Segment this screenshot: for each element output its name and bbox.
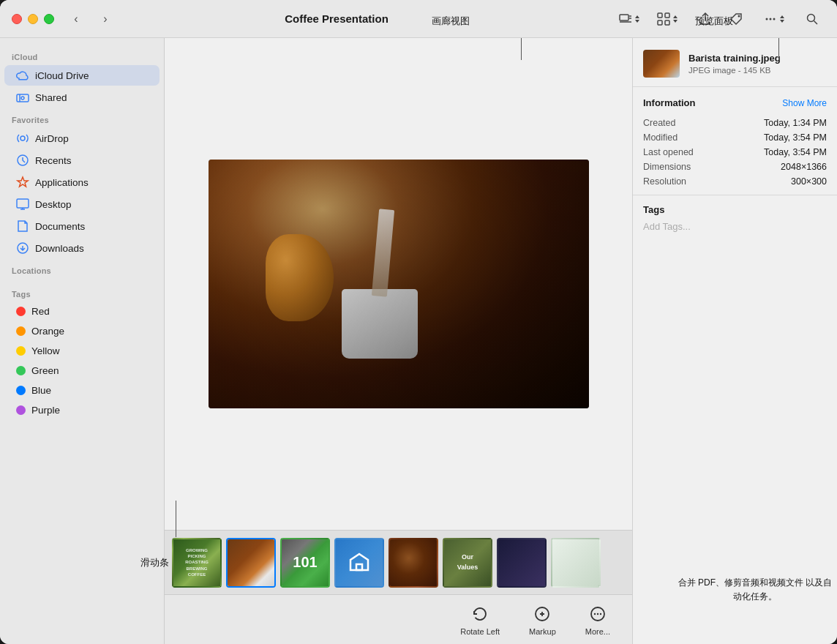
sidebar-item-tag-purple[interactable]: Purple <box>4 401 159 419</box>
tag-red-label: Red <box>31 306 50 317</box>
more-actions-label: More... <box>585 627 610 636</box>
thumbnail-8[interactable] <box>551 538 601 588</box>
thumbnail-6[interactable]: OurValues <box>443 538 492 588</box>
svg-line-13 <box>814 20 818 24</box>
more-actions-button[interactable]: More... <box>585 604 610 636</box>
sidebar-item-tag-blue[interactable]: Blue <box>4 381 159 400</box>
tag-green-label: Green <box>31 365 59 376</box>
gallery-view-button[interactable] <box>616 7 642 31</box>
info-row-dimensions: Dimensions 2048×1366 <box>643 160 827 174</box>
tag-green-dot <box>16 366 26 375</box>
svg-point-8 <box>738 15 740 17</box>
sidebar-item-airdrop[interactable]: AirDrop <box>4 128 159 149</box>
info-row-resolution: Resolution 300×300 <box>643 174 827 189</box>
image-area <box>165 38 632 530</box>
airdrop-label: AirDrop <box>35 133 69 144</box>
markup-icon <box>532 604 552 624</box>
resolution-label: Resolution <box>643 176 686 187</box>
sidebar-item-recents[interactable]: Recents <box>4 150 159 171</box>
svg-rect-4 <box>658 13 662 18</box>
documents-label: Documents <box>35 221 85 232</box>
markup-button[interactable]: Markup <box>529 604 556 636</box>
preview-file-info: Barista training.jpeg JPEG image - 145 K… <box>688 53 827 75</box>
svg-point-27 <box>597 613 598 614</box>
svg-point-28 <box>600 613 601 614</box>
airdrop-icon <box>16 132 29 145</box>
sidebar-item-shared[interactable]: Shared <box>4 87 159 108</box>
sidebar-item-desktop[interactable]: Desktop <box>4 194 159 214</box>
sidebar-item-tag-green[interactable]: Green <box>4 362 159 380</box>
thumbnail-3[interactable]: 101 <box>280 538 330 588</box>
traffic-lights <box>12 14 54 24</box>
add-tags-button[interactable]: Add Tags... <box>643 221 827 232</box>
sidebar-item-applications[interactable]: Applications <box>4 172 159 192</box>
sidebar-item-tag-orange[interactable]: Orange <box>4 322 159 340</box>
created-value: Today, 1:34 PM <box>764 118 827 128</box>
info-row-created: Created Today, 1:34 PM <box>643 116 827 130</box>
documents-icon <box>16 220 29 233</box>
markup-label: Markup <box>529 627 556 636</box>
maximize-button[interactable] <box>44 14 54 24</box>
tag-red-dot <box>16 307 26 316</box>
thumbnail-4[interactable] <box>334 538 384 588</box>
bottom-toolbar: Rotate Left Markup <box>165 594 632 644</box>
more-actions-icon <box>588 604 608 624</box>
svg-point-16 <box>21 97 24 100</box>
svg-rect-19 <box>17 199 29 208</box>
rotate-left-icon <box>470 604 490 624</box>
thumbnail-7[interactable] <box>497 538 547 588</box>
tag-orange-dot <box>16 326 26 336</box>
svg-point-26 <box>594 613 596 614</box>
sidebar-item-icloud-drive[interactable]: iCloud Drive <box>4 65 159 86</box>
tags-section-label: Tags <box>0 282 164 302</box>
svg-rect-5 <box>665 13 669 18</box>
svg-point-17 <box>20 136 25 141</box>
thumbnail-5[interactable] <box>389 538 438 588</box>
annotation-gallery-view: 画廊视图 <box>432 15 470 28</box>
sidebar-item-tag-yellow[interactable]: Yellow <box>4 342 159 360</box>
sidebar-item-tag-red[interactable]: Red <box>4 302 159 321</box>
modified-value: Today, 3:54 PM <box>764 132 827 143</box>
applications-label: Applications <box>35 177 89 188</box>
more-button[interactable] <box>754 7 795 31</box>
dimensions-value: 2048×1366 <box>781 162 827 172</box>
preview-header: Barista training.jpeg JPEG image - 145 K… <box>633 38 837 87</box>
applications-icon <box>16 176 29 189</box>
icloud-drive-icon <box>16 69 29 82</box>
info-section: Information Show More Created Today, 1:3… <box>633 87 837 195</box>
svg-point-11 <box>773 18 776 20</box>
locations-section-label: Locations <box>0 259 164 278</box>
info-row-last-opened: Last opened Today, 3:54 PM <box>643 145 827 160</box>
rotate-left-button[interactable]: Rotate Left <box>460 604 500 636</box>
recents-label: Recents <box>35 155 72 166</box>
rotate-left-label: Rotate Left <box>460 627 500 636</box>
grid-view-button[interactable] <box>647 7 688 31</box>
desktop-label: Desktop <box>35 199 72 210</box>
downloads-icon <box>16 242 29 255</box>
minimize-button[interactable] <box>28 14 38 24</box>
svg-point-9 <box>766 18 768 20</box>
shared-icon <box>16 91 29 104</box>
svg-point-10 <box>770 18 772 20</box>
icloud-drive-label: iCloud Drive <box>35 70 89 81</box>
close-button[interactable] <box>12 14 22 24</box>
sidebar: iCloud iCloud Drive Shared <box>0 38 165 644</box>
sidebar-item-downloads[interactable]: Downloads <box>4 238 159 258</box>
thumbnail-strip: GROWINGPICKINGROASTINGBREWINGCOFFEE 101 <box>165 530 632 594</box>
search-button[interactable] <box>799 7 825 31</box>
preview-thumbnail <box>643 50 680 78</box>
thumbnail-1[interactable]: GROWINGPICKINGROASTINGBREWINGCOFFEE <box>172 538 222 588</box>
svg-rect-7 <box>665 20 669 25</box>
content-pane: GROWINGPICKINGROASTINGBREWINGCOFFEE 101 <box>165 38 632 644</box>
sidebar-item-documents[interactable]: Documents <box>4 216 159 236</box>
show-more-button[interactable]: Show More <box>782 98 827 108</box>
tag-purple-dot <box>16 405 26 415</box>
tag-orange-label: Orange <box>31 326 64 337</box>
tag-yellow-label: Yellow <box>31 345 60 356</box>
last-opened-value: Today, 3:54 PM <box>764 147 827 157</box>
preview-filename: Barista training.jpeg <box>688 53 827 65</box>
tag-purple-label: Purple <box>31 405 60 416</box>
favorites-section-label: Favorites <box>0 108 164 127</box>
dimensions-label: Dimensions <box>643 162 691 172</box>
thumbnail-2[interactable] <box>226 538 276 588</box>
